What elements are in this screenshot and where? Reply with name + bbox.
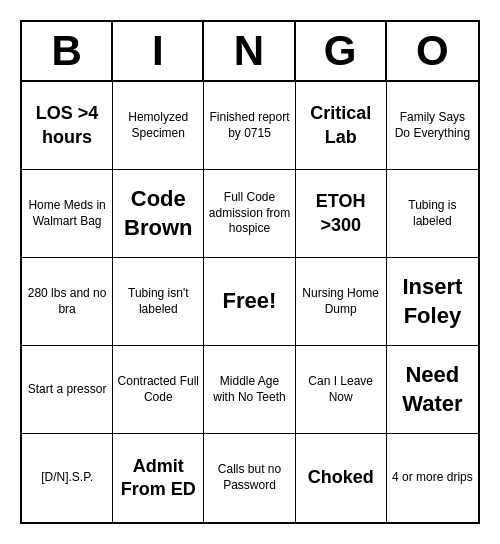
bingo-cell-21: Admit From ED <box>113 434 204 522</box>
bingo-cell-9: Tubing is labeled <box>387 170 478 258</box>
bingo-cell-22: Calls but no Password <box>204 434 295 522</box>
bingo-cell-15: Start a pressor <box>22 346 113 434</box>
bingo-header: BINGO <box>22 22 478 82</box>
header-letter-o: O <box>387 22 478 80</box>
bingo-cell-12: Free! <box>204 258 295 346</box>
bingo-cell-7: Full Code admission from hospice <box>204 170 295 258</box>
bingo-cell-10: 280 lbs and no bra <box>22 258 113 346</box>
bingo-cell-5: Home Meds in Walmart Bag <box>22 170 113 258</box>
bingo-cell-18: Can I Leave Now <box>296 346 387 434</box>
bingo-cell-11: Tubing isn't labeled <box>113 258 204 346</box>
bingo-cell-1: Hemolyzed Specimen <box>113 82 204 170</box>
bingo-cell-13: Nursing Home Dump <box>296 258 387 346</box>
bingo-cell-17: Middle Age with No Teeth <box>204 346 295 434</box>
header-letter-b: B <box>22 22 113 80</box>
bingo-cell-0: LOS >4 hours <box>22 82 113 170</box>
bingo-cell-2: Finished report by 0715 <box>204 82 295 170</box>
bingo-grid: LOS >4 hoursHemolyzed SpecimenFinished r… <box>22 82 478 522</box>
header-letter-n: N <box>204 22 295 80</box>
bingo-cell-14: Insert Foley <box>387 258 478 346</box>
header-letter-g: G <box>296 22 387 80</box>
bingo-cell-24: 4 or more drips <box>387 434 478 522</box>
bingo-cell-20: [D/N].S.P. <box>22 434 113 522</box>
bingo-cell-8: ETOH >300 <box>296 170 387 258</box>
bingo-cell-23: Choked <box>296 434 387 522</box>
bingo-cell-19: Need Water <box>387 346 478 434</box>
bingo-card: BINGO LOS >4 hoursHemolyzed SpecimenFini… <box>20 20 480 524</box>
bingo-cell-16: Contracted Full Code <box>113 346 204 434</box>
bingo-cell-4: Family Says Do Everything <box>387 82 478 170</box>
header-letter-i: I <box>113 22 204 80</box>
bingo-cell-6: Code Brown <box>113 170 204 258</box>
bingo-cell-3: Critical Lab <box>296 82 387 170</box>
